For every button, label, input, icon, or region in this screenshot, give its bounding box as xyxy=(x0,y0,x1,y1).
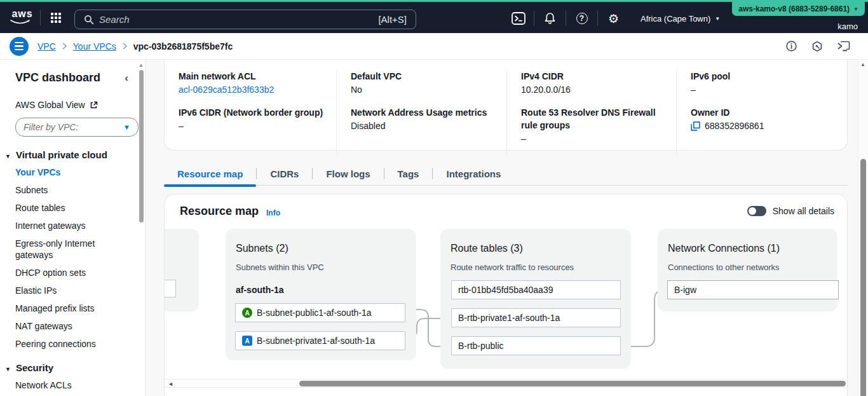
field-label: Owner ID xyxy=(691,106,842,119)
triangle-down-icon: ▼ xyxy=(5,366,11,372)
sidebar-scroll-up-icon[interactable]: ▲ xyxy=(139,62,144,68)
sidebar-item-your-vpcs[interactable]: Your VPCs xyxy=(15,167,119,178)
filter-vpc-input[interactable] xyxy=(24,122,123,132)
copy-icon[interactable] xyxy=(691,121,700,131)
tab-cidrs[interactable]: CIDRs xyxy=(257,162,312,186)
chevron-down-icon: ▼ xyxy=(715,16,720,22)
global-search[interactable]: [Alt+S] xyxy=(74,10,416,29)
vertical-scroll-thumb[interactable] xyxy=(860,159,866,396)
route-table-label: B-rtb-private1-af-south-1a xyxy=(458,313,560,323)
help-icon[interactable]: ? xyxy=(566,13,597,24)
search-input[interactable] xyxy=(99,14,373,25)
subnet-label: B-subnet-private1-af-south-1a xyxy=(257,336,375,346)
sidebar-item-dhcp-option-sets[interactable]: DHCP option sets xyxy=(15,267,119,278)
route-table-node[interactable]: rtb-01bb45fd5ba40aa39 xyxy=(451,280,621,299)
resource-map-canvas: Subnets (2) Subnets within this VPC af-s… xyxy=(165,195,848,396)
sidebar-item-internet-gateways[interactable]: Internet gateways xyxy=(15,220,119,231)
route-table-node[interactable]: B-rtb-public xyxy=(451,336,621,355)
settings-gear-icon[interactable]: ⚙ xyxy=(598,13,629,25)
field-value: – xyxy=(179,119,336,132)
resource-map-column-subnets: Subnets (2) Subnets within this VPC af-s… xyxy=(226,229,416,360)
route-table-label: rtb-01bb45fd5ba40aa39 xyxy=(458,285,553,295)
tab-resource-map[interactable]: Resource map xyxy=(164,162,256,186)
aws-global-view-link[interactable]: AWS Global View xyxy=(15,100,145,110)
details-column-1: Main network ACL acl-0629ca512b3f633b2 I… xyxy=(165,70,336,155)
breadcrumb-current-vpc-id: vpc-03b2681875f5be7fc xyxy=(133,41,233,51)
sidebar-item-peering-connections[interactable]: Peering connections xyxy=(15,338,119,350)
subnet-node-private[interactable]: A B-subnet-private1-af-south-1a xyxy=(235,331,405,350)
internet-gateway-node[interactable]: B-igw xyxy=(667,280,839,299)
field-label: Main network ACL xyxy=(179,70,330,83)
sidebar-security-list: Network ACLs xyxy=(0,379,145,391)
breadcrumb-vpc-link[interactable]: VPC xyxy=(37,41,56,51)
devtools-terminal-icon[interactable] xyxy=(837,41,850,51)
topnav-icons: ? ⚙ xyxy=(503,2,629,35)
filter-by-vpc-select[interactable]: ▼ xyxy=(15,118,139,137)
sidebar-item-network-acls[interactable]: Network ACLs xyxy=(15,379,119,391)
field-value: 10.20.0.0/16 xyxy=(521,83,676,96)
vpc-details-card: Main network ACL acl-0629ca512b3f633b2 I… xyxy=(164,60,848,151)
cloudshell-icon[interactable] xyxy=(503,12,534,25)
sidebar-section-vpc[interactable]: ▼ Virtual private cloud xyxy=(5,149,145,160)
sidebar-item-egress-only-gateways[interactable]: Egress-only Internet gateways xyxy=(15,238,119,261)
sidebar-item-elastic-ips[interactable]: Elastic IPs xyxy=(15,285,119,296)
page-vertical-scrollbar: ▲ xyxy=(858,60,868,396)
internet-gateway-label: B-igw xyxy=(674,285,696,295)
tab-flow-logs[interactable]: Flow logs xyxy=(313,162,383,186)
vpc-tabs: Resource map CIDRs Flow logs Tags Integr… xyxy=(164,162,848,186)
owner-id-value: 688352896861 xyxy=(705,119,764,132)
notifications-bell-icon[interactable] xyxy=(534,12,566,25)
subnet-label: B-subnet-public1-af-south-1a xyxy=(257,308,372,318)
chevron-down-icon: ▼ xyxy=(123,123,130,131)
vpc-node-partial[interactable] xyxy=(164,280,176,297)
sidebar-item-subnets[interactable]: Subnets xyxy=(15,184,119,196)
info-panel-icon[interactable] xyxy=(786,41,797,51)
scroll-left-icon[interactable]: ◄ xyxy=(168,381,173,387)
tab-integrations[interactable]: Integrations xyxy=(433,162,514,186)
chevron-right-icon xyxy=(123,43,127,50)
region-label: Africa (Cape Town) xyxy=(641,14,710,24)
route-table-label: B-rtb-public xyxy=(458,341,504,351)
aws-logo[interactable]: aws xyxy=(10,9,35,25)
scroll-up-icon[interactable]: ▲ xyxy=(860,62,865,67)
sidebar-item-nat-gateways[interactable]: NAT gateways xyxy=(15,320,119,332)
horizontal-scroll-thumb[interactable] xyxy=(299,381,846,386)
hexagon-tools-icon[interactable] xyxy=(811,41,823,52)
breadcrumb: VPC Your VPCs vpc-03b2681875f5be7fc xyxy=(37,41,233,51)
external-link-icon xyxy=(90,101,98,109)
services-grid-icon[interactable] xyxy=(51,13,62,24)
breadcrumb-your-vpcs-link[interactable]: Your VPCs xyxy=(73,41,116,51)
main-network-acl-link[interactable]: acl-0629ca512b3f633b2 xyxy=(179,83,336,96)
sidebar-section-security[interactable]: ▼ Security xyxy=(5,362,145,373)
availability-zone-label: af-south-1a xyxy=(236,284,406,296)
field-label: IPv4 CIDR xyxy=(521,70,672,83)
tab-tags[interactable]: Tags xyxy=(384,162,433,186)
field-label: Default VPC xyxy=(351,70,502,83)
sidebar-collapse-icon[interactable]: ‹ xyxy=(125,74,128,83)
top-navigation: aws [Alt+S] xyxy=(0,0,868,33)
sidebar-title: VPC dashboard xyxy=(15,71,100,85)
chevron-down-icon: ▼ xyxy=(853,6,858,12)
field-value: – xyxy=(691,83,848,96)
account-menu[interactable]: aws-kamo-v8 (6883-5289-6861) ▼ xyxy=(732,2,865,16)
subnets-column-title: Subnets (2) xyxy=(236,242,406,255)
service-menu-button[interactable] xyxy=(10,37,29,56)
divider xyxy=(40,10,41,25)
sidebar-scrollbar[interactable] xyxy=(139,70,144,222)
subnet-node-public[interactable]: A B-subnet-public1-af-south-1a xyxy=(235,303,405,322)
field-value: Disabled xyxy=(351,119,506,132)
sidebar-item-managed-prefix-lists[interactable]: Managed prefix lists xyxy=(15,303,119,314)
region-selector[interactable]: Africa (Cape Town) ▼ xyxy=(641,2,720,35)
private-subnet-badge-icon: A xyxy=(242,336,252,346)
route-table-node[interactable]: B-rtb-private1-af-south-1a xyxy=(451,308,621,327)
route-tables-column-subtitle: Route network traffic to resources xyxy=(451,262,621,273)
main-content: Main network ACL acl-0629ca512b3f633b2 I… xyxy=(146,60,868,396)
details-column-2: Default VPC No Network Address Usage met… xyxy=(336,70,506,155)
resource-map-column-network-connections: Network Connections (1) Connections to o… xyxy=(658,229,837,311)
field-label: Network Address Usage metrics xyxy=(351,106,502,119)
sidebar-item-route-tables[interactable]: Route tables xyxy=(15,202,119,214)
page-utility-icons xyxy=(786,41,850,52)
resource-map-card: Resource map Info Show all details xyxy=(164,194,848,396)
field-label: Route 53 Resolver DNS Firewall rule grou… xyxy=(521,106,672,132)
breadcrumb-bar: VPC Your VPCs vpc-03b2681875f5be7fc xyxy=(0,33,868,60)
